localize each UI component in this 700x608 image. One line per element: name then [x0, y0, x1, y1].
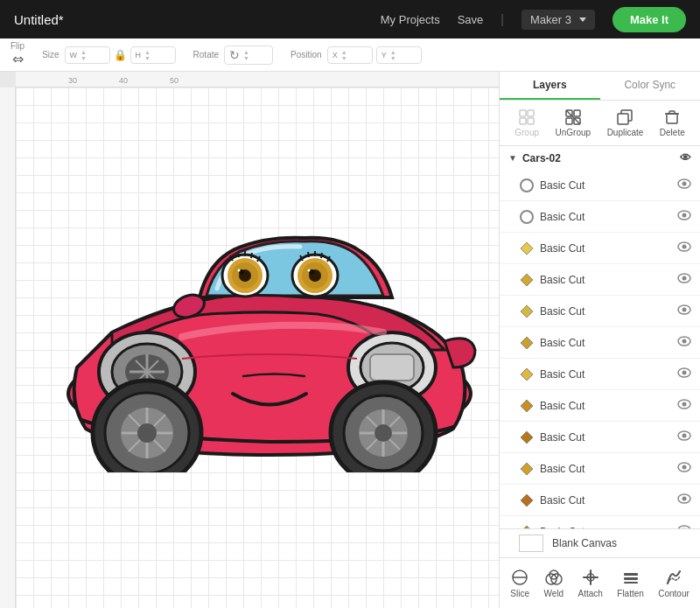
slice-button[interactable]: Slice	[507, 565, 533, 601]
svg-line-58	[566, 110, 580, 124]
attach-button[interactable]: Attach	[575, 565, 606, 601]
svg-rect-109	[624, 577, 638, 580]
svg-point-71	[682, 245, 687, 249]
document-title: Untitled*	[14, 12, 64, 27]
layer-item-eye-icon[interactable]	[677, 304, 691, 318]
tab-layers[interactable]: Layers	[500, 72, 600, 100]
svg-marker-81	[521, 368, 533, 381]
layer-item-icon	[519, 241, 535, 256]
canvas-grid[interactable]	[16, 87, 499, 608]
layer-item[interactable]: Basic Cut	[500, 516, 700, 528]
save-link[interactable]: Save	[458, 13, 484, 26]
svg-point-41	[374, 424, 392, 442]
svg-point-16	[238, 269, 241, 272]
blank-canvas-label: Blank Canvas	[552, 537, 617, 549]
svg-marker-84	[521, 400, 533, 412]
svg-rect-51	[528, 110, 534, 116]
layer-item[interactable]: Basic Cut	[500, 327, 700, 359]
layer-item-eye-icon[interactable]	[677, 462, 691, 475]
layer-item[interactable]: Basic Cut	[500, 170, 700, 201]
layer-item[interactable]: Basic Cut	[500, 422, 700, 453]
y-input[interactable]: Y ▲ ▼	[376, 46, 422, 64]
weld-button[interactable]: Weld	[541, 565, 568, 601]
flatten-button[interactable]: Flatten	[613, 565, 648, 601]
svg-line-20	[251, 253, 252, 258]
layer-item[interactable]: Basic Cut	[500, 201, 700, 233]
layer-item-name: Basic Cut	[540, 368, 677, 381]
layer-item-eye-icon[interactable]	[677, 367, 691, 381]
svg-point-49	[137, 423, 157, 443]
layer-item[interactable]: Basic Cut	[500, 359, 700, 390]
layer-item-name: Basic Cut	[540, 305, 677, 318]
layer-item-icon	[519, 430, 535, 445]
my-projects-link[interactable]: My Projects	[381, 13, 440, 26]
layer-item-icon	[519, 178, 535, 193]
tab-color-sync[interactable]: Color Sync	[600, 72, 701, 100]
svg-point-92	[682, 465, 687, 470]
layer-item-eye-icon[interactable]	[677, 178, 691, 192]
layer-item-name: Basic Cut	[540, 494, 677, 507]
layer-item[interactable]: Basic Cut	[500, 233, 700, 264]
canvas-area[interactable]: 30 40 50	[0, 72, 499, 608]
width-input[interactable]: W ▲ ▼	[65, 46, 110, 64]
rotate-group: Rotate ↻ ▲ ▼	[193, 45, 273, 65]
svg-rect-56	[566, 118, 572, 124]
flip-control[interactable]: Flip ⇔	[10, 42, 24, 67]
svg-marker-87	[521, 431, 533, 444]
layer-item[interactable]: Basic Cut	[500, 390, 700, 422]
layer-item-eye-icon[interactable]	[677, 210, 691, 223]
layer-item-eye-icon[interactable]	[677, 241, 691, 255]
layer-item-name: Basic Cut	[540, 179, 677, 192]
svg-rect-53	[528, 118, 534, 124]
machine-selector[interactable]: Maker 3	[522, 10, 595, 30]
main-layout: 30 40 50	[0, 72, 700, 608]
panel-toolbar: Group UnGroup Duplicate Delete	[500, 101, 700, 146]
layer-item[interactable]: Basic Cut	[500, 296, 700, 327]
rotate-input[interactable]: ↻ ▲ ▼	[224, 45, 273, 65]
group-button[interactable]: Group	[509, 106, 544, 140]
layer-item-eye-icon[interactable]	[677, 493, 691, 507]
collapse-arrow-icon: ▼	[508, 153, 517, 163]
layer-item-eye-icon[interactable]	[677, 399, 691, 412]
svg-line-29	[308, 252, 309, 257]
make-it-button[interactable]: Make It	[612, 7, 686, 32]
chevron-down-icon	[579, 17, 586, 22]
layer-item-name: Basic Cut	[540, 463, 677, 475]
layer-item-name: Basic Cut	[540, 431, 677, 444]
right-panel: Layers Color Sync Group UnGroup	[499, 72, 700, 608]
height-input[interactable]: H ▲ ▼	[130, 46, 176, 64]
contour-button[interactable]: Contour	[654, 565, 693, 601]
ungroup-button[interactable]: UnGroup	[550, 106, 597, 140]
svg-rect-50	[520, 110, 526, 116]
svg-rect-110	[624, 582, 638, 584]
svg-line-31	[321, 253, 322, 258]
layer-group-name: Cars-02	[522, 152, 680, 164]
x-input[interactable]: X ▲ ▼	[327, 46, 373, 64]
layer-item-eye-icon[interactable]	[677, 273, 691, 286]
layer-item-name: Basic Cut	[540, 274, 677, 286]
layer-group-header[interactable]: ▼ Cars-02 👁	[500, 146, 700, 170]
lock-icon[interactable]: 🔒	[114, 49, 127, 61]
layer-group-eye-icon[interactable]: 👁	[680, 151, 691, 164]
layer-item-eye-icon[interactable]	[677, 336, 691, 349]
svg-point-27	[308, 269, 311, 272]
blank-canvas-item[interactable]: Blank Canvas	[500, 528, 700, 557]
svg-rect-61	[667, 114, 677, 123]
svg-marker-93	[521, 494, 533, 507]
flip-group: Flip ⇔	[10, 42, 24, 67]
layer-item-name: Basic Cut	[540, 337, 677, 349]
car-image	[42, 122, 497, 542]
panel-tabs: Layers Color Sync	[500, 72, 700, 101]
duplicate-button[interactable]: Duplicate	[602, 106, 649, 140]
layer-item-eye-icon[interactable]	[677, 430, 691, 444]
delete-button[interactable]: Delete	[654, 106, 690, 140]
svg-point-68	[682, 213, 687, 218]
position-group: Position X ▲ ▼ Y ▲ ▼	[290, 46, 422, 64]
svg-point-66	[521, 211, 533, 223]
layer-item[interactable]: Basic Cut	[500, 485, 700, 516]
svg-marker-75	[521, 305, 533, 318]
layer-item[interactable]: Basic Cut	[500, 264, 700, 296]
layer-item-icon	[519, 461, 535, 477]
layer-item[interactable]: Basic Cut	[500, 453, 700, 485]
size-group: Size W ▲ ▼ 🔒 H ▲ ▼	[42, 46, 175, 64]
